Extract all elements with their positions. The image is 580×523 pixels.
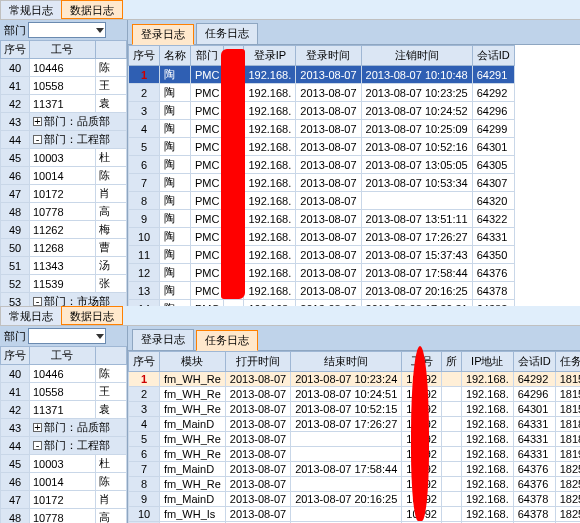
table-row[interactable]: 5211539张 (1, 275, 127, 293)
col-gh-b[interactable]: 工号 (30, 347, 96, 365)
col-seq[interactable]: 序号 (1, 41, 30, 59)
col-nm[interactable] (95, 41, 126, 59)
emp-grid-b[interactable]: 序号 工号 4010446陈4110558王4211371袁43+部门：品质部4… (0, 346, 127, 523)
table-row[interactable]: 4810778高 (1, 509, 127, 524)
bcol-mod[interactable]: 模块 (160, 352, 226, 372)
col-seq-b[interactable]: 序号 (1, 347, 30, 365)
table-row[interactable]: 53-部门：市场部 (1, 293, 127, 307)
col-dt[interactable]: 登录时间 (296, 46, 361, 66)
table-row[interactable]: 4911262梅 (1, 221, 127, 239)
table-row[interactable]: 43+部门：品质部 (1, 113, 127, 131)
table-row[interactable]: 1fm_WH_Re2013-08-072013-08-07 10:23:2410… (129, 372, 581, 387)
col-gh[interactable]: 工号 (30, 41, 96, 59)
table-row[interactable]: 4010446陈 (1, 365, 127, 383)
table-row[interactable]: 4211371袁 (1, 95, 127, 113)
table-row[interactable]: 4110558王 (1, 383, 127, 401)
col-bm[interactable]: 部门 (191, 46, 224, 66)
table-row[interactable]: 7fm_MainD2013-08-072013-08-07 17:58:4410… (129, 462, 581, 477)
col-d[interactable]: 登 (224, 46, 244, 66)
table-row[interactable]: 3fm_WH_Re2013-08-072013-08-07 10:52:1510… (129, 402, 581, 417)
table-row[interactable]: 10fm_WH_Is2013-08-0710092192.168.6437818… (129, 507, 581, 522)
table-row[interactable]: 9陶PMC192.168.2013-08-072013-08-07 13:51:… (129, 210, 515, 228)
table-row[interactable]: 2fm_WH_Re2013-08-072013-08-07 10:24:5110… (129, 387, 581, 402)
table-row[interactable]: 4fm_MainD2013-08-072013-08-07 17:26:2710… (129, 417, 581, 432)
outer-tabstrip-bot: 常规日志 数据日志 (0, 306, 580, 326)
table-row[interactable]: 2陶PMC192.168.2013-08-072013-08-07 10:23:… (129, 84, 515, 102)
table-row[interactable]: 4010446陈 (1, 59, 127, 77)
tab-task-log-b[interactable]: 任务日志 (196, 330, 258, 351)
col-ip[interactable]: 登录IP (244, 46, 296, 66)
chevron-down-icon (96, 334, 104, 339)
table-row[interactable]: 8陶PMC192.168.2013-08-0764320 (129, 192, 515, 210)
dept-filter-bar: 部门 (0, 20, 127, 40)
chevron-down-icon (96, 28, 104, 33)
table-row[interactable]: 12陶PMC192.168.2013-08-072013-08-07 17:58… (129, 264, 515, 282)
table-row[interactable]: 44-部门：工程部 (1, 437, 127, 455)
table-row[interactable]: 1陶PMC192.168.2013-08-072013-08-07 10:10:… (129, 66, 515, 84)
dept-dropdown-b[interactable] (28, 328, 106, 344)
table-row[interactable]: 11陶PMC192.168.2013-08-072013-08-07 15:37… (129, 246, 515, 264)
bcol-n[interactable]: 序号 (129, 352, 160, 372)
table-row[interactable]: 4610014陈 (1, 167, 127, 185)
table-row[interactable]: 10陶PMC192.168.2013-08-072013-08-07 17:26… (129, 228, 515, 246)
table-row[interactable]: 4810778高 (1, 203, 127, 221)
dept-filter-bar-b: 部门 (0, 326, 127, 346)
table-row[interactable]: 3陶PMC192.168.2013-08-072013-08-07 10:24:… (129, 102, 515, 120)
table-row[interactable]: 4110558王 (1, 77, 127, 95)
inner-tabstrip-top: 登录日志 任务日志 (128, 20, 580, 45)
table-row[interactable]: 4211371袁 (1, 401, 127, 419)
bcol-ip[interactable]: IP地址 (461, 352, 513, 372)
table-row[interactable]: 13陶PMC192.168.2013-08-072013-08-07 20:16… (129, 282, 515, 300)
table-row[interactable]: 4710172肖 (1, 185, 127, 203)
table-row[interactable]: 7陶PMC192.168.2013-08-072013-08-07 10:53:… (129, 174, 515, 192)
tab-normal-log-b[interactable]: 常规日志 (0, 306, 62, 325)
table-row[interactable]: 4710172肖 (1, 491, 127, 509)
table-row[interactable]: 8fm_WH_Re2013-08-0710092192.168.64376182… (129, 477, 581, 492)
tab-data-log[interactable]: 数据日志 (61, 0, 123, 19)
col-sid[interactable]: 会话ID (472, 46, 514, 66)
task-log-grid[interactable]: 序号 模块 打开时间 结束时间 工号 所 IP地址 会话ID 任务ID 1fm_… (128, 351, 580, 523)
bcol-sf[interactable]: 所 (441, 352, 461, 372)
col-nm[interactable]: 名称 (160, 46, 191, 66)
tab-login-log-b[interactable]: 登录日志 (132, 329, 194, 350)
bcol-sid[interactable]: 会话ID (513, 352, 555, 372)
table-row[interactable]: 43+部门：品质部 (1, 419, 127, 437)
bcol-gh[interactable]: 工号 (402, 352, 442, 372)
dept-label: 部门 (4, 23, 26, 38)
table-row[interactable]: 6陶PMC192.168.2013-08-072013-08-07 13:05:… (129, 156, 515, 174)
outer-tabstrip-top: 常规日志 数据日志 (0, 0, 580, 20)
table-row[interactable]: 44-部门：工程部 (1, 131, 127, 149)
table-row[interactable]: 5陶PMC192.168.2013-08-072013-08-07 10:52:… (129, 138, 515, 156)
table-row[interactable]: 5111343汤 (1, 257, 127, 275)
col-nm-b[interactable] (95, 347, 126, 365)
tab-normal-log[interactable]: 常规日志 (0, 0, 62, 19)
bcol-ot[interactable]: 打开时间 (225, 352, 290, 372)
tab-task-log[interactable]: 任务日志 (196, 23, 258, 44)
login-log-grid[interactable]: 序号 名称 部门 登 登录IP 登录时间 注销时间 会话ID 1陶PMC192.… (128, 45, 580, 306)
tab-login-log[interactable]: 登录日志 (132, 24, 194, 45)
table-row[interactable]: 5fm_WH_Re2013-08-0710092192.168.64331181… (129, 432, 581, 447)
col-n[interactable]: 序号 (129, 46, 160, 66)
bcol-rw[interactable]: 任务ID (555, 352, 580, 372)
table-row[interactable]: 4陶PMC192.168.2013-08-072013-08-07 10:25:… (129, 120, 515, 138)
table-row[interactable]: 4610014陈 (1, 473, 127, 491)
inner-tabstrip-bot: 登录日志 任务日志 (128, 326, 580, 351)
tab-data-log-b[interactable]: 数据日志 (61, 306, 123, 325)
table-row[interactable]: 6fm_WH_Re2013-08-0710092192.168.64331181… (129, 447, 581, 462)
bcol-et[interactable]: 结束时间 (291, 352, 402, 372)
dept-dropdown[interactable] (28, 22, 106, 38)
table-row[interactable]: 4510003杜 (1, 455, 127, 473)
col-out[interactable]: 注销时间 (361, 46, 472, 66)
dept-label-b: 部门 (4, 329, 26, 344)
table-row[interactable]: 9fm_MainD2013-08-072013-08-07 20:16:2510… (129, 492, 581, 507)
table-row[interactable]: 4510003杜 (1, 149, 127, 167)
emp-grid[interactable]: 序号 工号 4010446陈4110558王4211371袁43+部门：品质部4… (0, 40, 127, 306)
table-row[interactable]: 5011268曹 (1, 239, 127, 257)
